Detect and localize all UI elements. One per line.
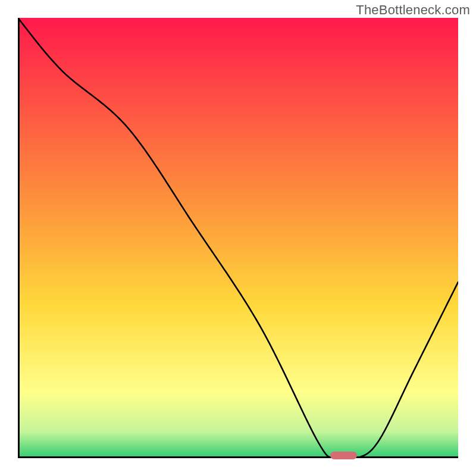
optimal-marker <box>330 452 356 459</box>
chart-frame: TheBottleneck.com <box>0 0 476 476</box>
gradient-background <box>18 18 458 458</box>
plot-area <box>18 18 458 458</box>
watermark-text: TheBottleneck.com <box>356 2 470 18</box>
